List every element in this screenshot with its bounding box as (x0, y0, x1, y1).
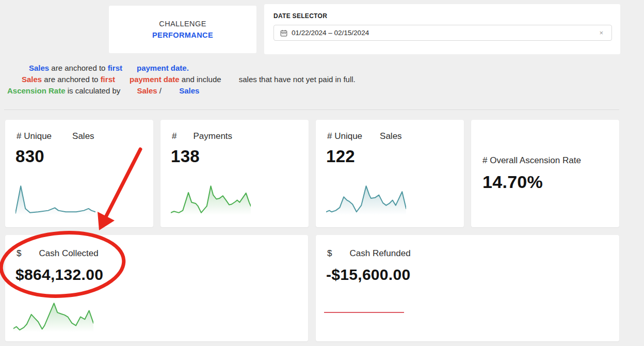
sparkline-chart (13, 300, 93, 332)
card-label: # UniqueSales (327, 131, 402, 141)
card-label: #Payments (172, 131, 232, 141)
explainer-line: Ascension Rate is calculated by Sales / … (0, 85, 356, 97)
calendar-icon (280, 29, 287, 37)
card-label: # UniqueSales (17, 131, 94, 141)
card-label: # Overall Ascension Rate (482, 155, 619, 166)
sparkline-chart (326, 183, 406, 215)
card-value: 14.70% (482, 172, 619, 192)
card-unique-sales: # UniqueSales 830 (5, 120, 153, 227)
card-value: 138 (171, 147, 200, 166)
divider (4, 109, 619, 110)
explainer-line: Sales are anchored to firstpayment date … (0, 74, 356, 85)
sparkline-chart (15, 183, 95, 215)
card-unique-sales-2: # UniqueSales 122 (316, 120, 464, 227)
explainer: Sales are anchored to firstpayment date.… (0, 62, 356, 97)
date-selector-panel: DATE SELECTOR 01/22/2024 – 02/15/2024 × (264, 4, 620, 54)
card-label: $Cash Collected (17, 248, 99, 259)
card-ascension-rate: # Overall Ascension Rate 14.70% (471, 120, 619, 227)
card-cash-refunded: $Cash Refunded -$15,600.00 (316, 235, 619, 341)
sparkline-chart (171, 183, 251, 215)
card-value: 122 (326, 147, 355, 166)
explainer-line: Sales are anchored to firstpayment date. (0, 62, 356, 74)
card-label: $Cash Refunded (327, 248, 411, 259)
card-payments: #Payments 138 (160, 120, 309, 227)
card-value: $864,132.00 (15, 266, 103, 284)
tab-challenge[interactable]: CHALLENGE (159, 20, 206, 28)
sparkline-chart (324, 300, 404, 332)
date-range-input[interactable]: 01/22/2024 – 02/15/2024 × (273, 25, 612, 41)
view-toggle[interactable]: CHALLENGE PERFORMANCE (109, 6, 256, 53)
clear-icon[interactable]: × (597, 28, 605, 37)
date-selector-label: DATE SELECTOR (273, 12, 620, 20)
card-value: -$15,600.00 (326, 266, 410, 284)
card-cash-collected: $Cash Collected $864,132.00 (5, 235, 308, 341)
card-value: 830 (15, 147, 44, 166)
date-range-value: 01/22/2024 – 02/15/2024 (292, 29, 597, 37)
tab-performance[interactable]: PERFORMANCE (152, 31, 213, 39)
